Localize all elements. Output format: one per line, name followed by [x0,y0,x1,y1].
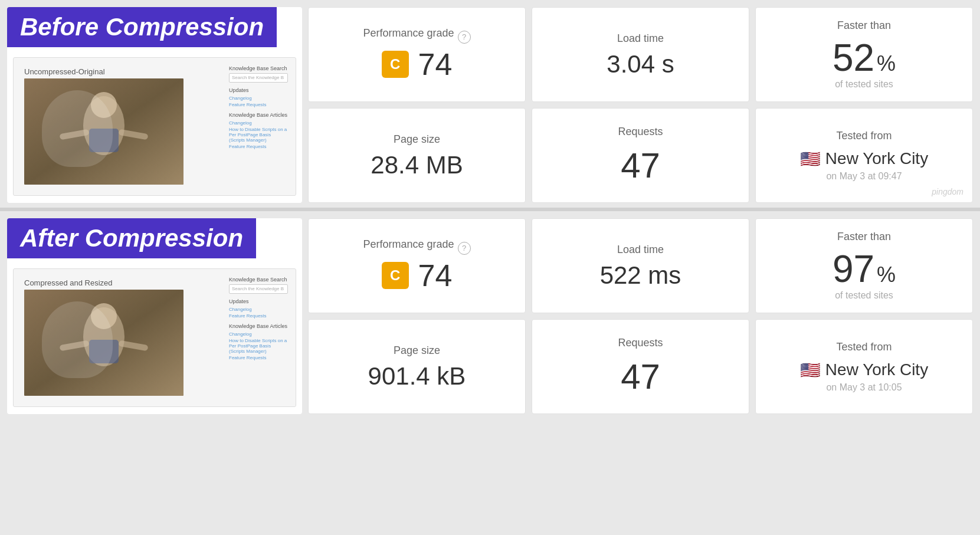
after-article-link-2: How to Disable Scripts on a Per PostPage… [229,338,288,354]
before-performance-help-icon[interactable]: ? [458,31,471,44]
svg-point-10 [91,303,117,329]
before-loadtime-label: Load time [617,32,664,45]
after-performance-card: Performance grade ? C 74 [308,218,526,313]
before-pingdom-watermark: pingdom [932,187,963,196]
after-screenshot-inner: Compressed and Resized [13,268,296,407]
after-loadtime-value: 522 ms [600,263,681,288]
after-articles-label: Knowledge Base Articles [229,323,288,329]
svg-rect-12 [60,340,90,352]
before-testedfrom-city: New York City [825,149,928,168]
before-articles-section: Knowledge Base Articles Changelog How to… [229,112,288,149]
before-performance-label: Performance grade [363,27,454,40]
before-update-link-2: Feature Requests [229,102,288,107]
after-testedfrom-label: Tested from [836,341,891,353]
after-updates-label: Updates [229,298,288,304]
after-requests-label: Requests [618,337,663,349]
before-testedfrom-card: Tested from 🇺🇸 New York City on May 3 at… [755,108,973,203]
after-grade-number: 74 [418,258,453,293]
svg-rect-4 [89,129,119,152]
before-performance-label-row: Performance grade ? [363,27,470,47]
before-updates-section: Updates Changelog Feature Requests [229,87,288,107]
before-screenshot-title: Uncompressed-Original [18,63,221,78]
before-faster-card: Faster than 52 % of tested sites [755,7,973,102]
after-update-link-2: Feature Requests [229,313,288,319]
after-section: After Compression Compressed and Resized [0,211,980,419]
before-article-link-2: How to Disable Scripts on a Per PostPage… [229,127,288,143]
after-performance-label-row: Performance grade ? [363,238,470,258]
after-articles-section: Knowledge Base Articles Changelog How to… [229,323,288,360]
after-label: After Compression [7,218,256,258]
after-article-link-3: Feature Requests [229,355,288,360]
before-articles-label: Knowledge Base Articles [229,112,288,118]
after-screenshot-title: Compressed and Resized [18,274,221,290]
after-updates-section: Updates Changelog Feature Requests [229,298,288,319]
before-article-link-1: Changelog [229,120,288,126]
after-faster-unit: % [877,262,896,287]
after-tested-date: on May 3 at 10:05 [826,382,902,393]
before-search-label: Knowledge Base Search [229,65,288,71]
before-pagesize-label: Page size [394,133,440,146]
before-faster-sub: of tested sites [835,79,893,90]
before-update-link-1: Changelog [229,96,288,101]
after-performance-label: Performance grade [363,238,454,251]
svg-point-3 [91,92,117,118]
after-screenshot-sidebar: Knowledge Base Search Search the Knowled… [226,274,291,402]
before-pagesize-value: 28.4 MB [371,153,463,178]
after-requests-value: 47 [621,356,660,397]
before-grade-row: C 74 [382,47,453,82]
after-faster-value: 97 [832,250,874,288]
after-faster-sub: of tested sites [835,290,893,301]
before-faster-label: Faster than [837,19,891,32]
before-search-box: Search the Knowledge B [229,73,288,83]
after-pagesize-value: 901.4 kB [368,364,466,389]
before-section: Before Compression Uncompressed-Original [0,0,980,208]
after-search-box: Search the Knowledge B [229,284,288,294]
before-metrics-grid: Performance grade ? C 74 Load time 3.04 … [308,7,973,203]
before-screenshot-sidebar: Knowledge Base Search Search the Knowled… [226,63,291,191]
after-grade-badge: C [382,262,409,289]
after-loadtime-label: Load time [617,244,664,256]
before-screenshot-image [24,78,183,185]
after-faster-label: Faster than [837,231,891,243]
after-metrics-grid: Performance grade ? C 74 Load time 522 m… [308,218,973,414]
svg-rect-5 [60,129,90,140]
before-faster-unit: % [877,51,896,76]
before-screenshot-inner: Uncompressed-Original [13,57,296,196]
before-testedfrom-label: Tested from [836,130,891,142]
before-loadtime-card: Load time 3.04 s [532,7,749,102]
before-tested-date: on May 3 at 09:47 [826,171,902,182]
before-testedfrom-row: 🇺🇸 New York City [800,149,928,169]
before-label: Before Compression [7,7,277,47]
before-requests-value: 47 [621,145,660,186]
before-requests-label: Requests [618,126,663,138]
after-update-link-1: Changelog [229,307,288,312]
after-testedfrom-city: New York City [825,360,928,379]
after-screenshot-panel: After Compression Compressed and Resized [7,218,302,414]
before-faster-value: 52 [832,39,874,77]
after-pagesize-label: Page size [394,344,440,357]
after-grade-row: C 74 [382,258,453,293]
after-loadtime-card: Load time 522 ms [532,218,749,313]
after-article-link-1: Changelog [229,331,288,337]
after-performance-help-icon[interactable]: ? [458,242,471,255]
before-grade-number: 74 [418,47,453,82]
after-screenshot-image [24,290,183,396]
before-pagesize-card: Page size 28.4 MB [308,108,526,203]
before-performance-card: Performance grade ? C 74 [308,7,526,102]
before-requests-card: Requests 47 [532,108,749,203]
after-search-label: Knowledge Base Search [229,277,288,283]
before-grade-badge: C [382,51,409,78]
after-requests-card: Requests 47 [532,319,749,414]
before-screenshot-panel: Before Compression Uncompressed-Original [7,7,302,203]
after-testedfrom-row: 🇺🇸 New York City [800,360,928,380]
after-testedfrom-card: Tested from 🇺🇸 New York City on May 3 at… [755,319,973,414]
svg-rect-11 [89,340,119,363]
after-pagesize-card: Page size 901.4 kB [308,319,526,414]
after-faster-card: Faster than 97 % of tested sites [755,218,973,313]
before-updates-label: Updates [229,87,288,93]
before-article-link-3: Feature Requests [229,144,288,149]
before-flag-icon: 🇺🇸 [800,149,821,169]
before-loadtime-value: 3.04 s [607,52,674,77]
after-flag-icon: 🇺🇸 [800,360,821,380]
